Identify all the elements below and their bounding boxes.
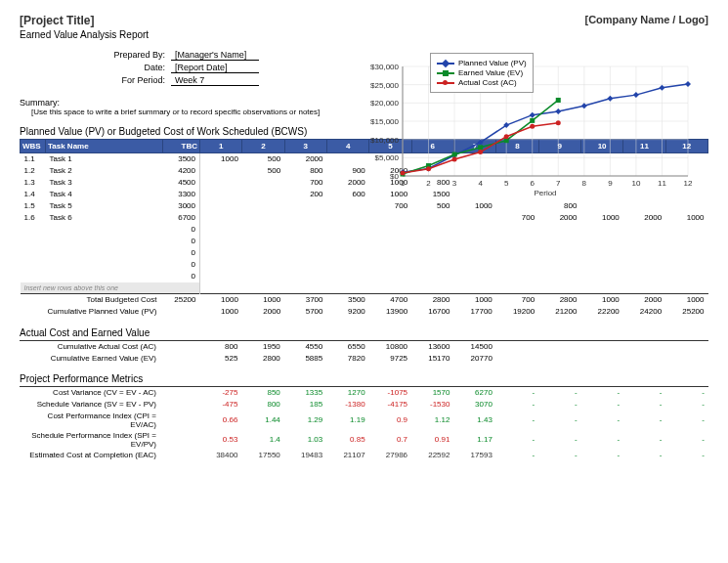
legend-ev: Earned Value (EV)	[458, 68, 523, 77]
svg-point-48	[401, 171, 406, 176]
metrics-section-title: Project Performance Metrics	[20, 373, 708, 384]
table-row: 0	[21, 271, 708, 282]
ev-chart: Planned Value (PV) Earned Value (EV) Act…	[362, 61, 694, 197]
metrics-table: Cost Variance (CV = EV - AC)-27585013351…	[20, 386, 708, 461]
svg-text:4: 4	[478, 179, 483, 188]
period-value[interactable]: Week 7	[171, 75, 259, 86]
prepared-by-label: Prepared By:	[20, 50, 171, 61]
col-header: 1	[200, 140, 242, 153]
circle-icon	[437, 82, 454, 84]
svg-point-49	[426, 166, 431, 171]
chart-legend: Planned Value (PV) Earned Value (EV) Act…	[430, 53, 534, 93]
svg-text:6: 6	[531, 179, 535, 188]
col-header: Task Name	[46, 140, 163, 153]
metric-label: Estimated Cost at Completion (EAC)	[20, 450, 162, 461]
col-header: 2	[242, 140, 284, 153]
legend-ac: Actual Cost (AC)	[458, 78, 517, 87]
company-logo-text: [Company Name / Logo]	[584, 14, 708, 40]
diamond-icon	[437, 63, 454, 65]
table-row: 0	[21, 224, 708, 236]
svg-point-50	[452, 157, 457, 162]
table-row: 1.6Task 667007002000100020001000	[21, 212, 708, 224]
svg-point-51	[478, 150, 483, 154]
project-title: [Project Title]	[20, 14, 149, 27]
summary-text[interactable]: [Use this space to write a brief summary…	[20, 108, 332, 116]
svg-text:$15,000: $15,000	[370, 117, 399, 126]
metric-label: Cost Performance Index (CPI = EV/AC)	[20, 411, 162, 430]
col-header: TBC	[163, 140, 200, 153]
metric-label: Schedule Performance Index (SPI = EV/PV)	[20, 430, 162, 450]
svg-text:8: 8	[582, 179, 587, 188]
svg-text:1: 1	[401, 179, 406, 188]
total-label: Cumulative Planned Value (PV)	[21, 306, 163, 318]
svg-point-52	[504, 134, 509, 139]
metric-label: Schedule Variance (SV = EV - PV)	[20, 399, 162, 411]
svg-point-53	[530, 124, 535, 129]
svg-rect-46	[530, 118, 535, 123]
table-row: 1.5Task 530007005001000800	[21, 200, 708, 212]
table-row: 0	[21, 236, 708, 247]
total-label: Total Budgeted Cost	[21, 294, 163, 306]
col-header: WBS	[21, 140, 46, 153]
date-value[interactable]: [Report Date]	[171, 63, 259, 73]
date-label: Date:	[20, 63, 171, 73]
square-icon	[437, 72, 454, 74]
svg-text:$10,000: $10,000	[370, 136, 399, 145]
svg-point-54	[556, 120, 561, 125]
period-label: For Period:	[20, 75, 171, 86]
acev-label: Cumulative Earned Value (EV)	[20, 352, 162, 364]
svg-text:$20,000: $20,000	[370, 99, 399, 108]
svg-text:Period: Period	[534, 189, 556, 197]
svg-text:5: 5	[504, 179, 509, 188]
svg-text:$25,000: $25,000	[370, 81, 399, 90]
svg-text:10: 10	[631, 179, 640, 188]
acev-label: Cumulative Actual Cost (AC)	[20, 340, 162, 352]
table-row: 0	[21, 247, 708, 259]
svg-text:$30,000: $30,000	[370, 63, 399, 71]
col-header: 3	[284, 140, 326, 153]
legend-pv: Planned Value (PV)	[458, 59, 527, 67]
acev-table: Cumulative Actual Cost (AC)8001950455065…	[20, 340, 708, 365]
metric-label: Cost Variance (CV = EV - AC)	[20, 387, 162, 399]
svg-rect-44	[478, 145, 483, 150]
svg-text:7: 7	[556, 179, 561, 188]
table-row: 0	[21, 259, 708, 271]
svg-text:3: 3	[452, 179, 457, 188]
prepared-by-value[interactable]: [Manager's Name]	[171, 50, 259, 61]
svg-text:2: 2	[426, 179, 431, 188]
svg-text:11: 11	[658, 179, 666, 188]
svg-text:$5,000: $5,000	[375, 153, 400, 162]
svg-text:$0: $0	[390, 172, 399, 181]
report-subtitle: Earned Value Analysis Report	[20, 29, 149, 40]
summary-label: Summary:	[20, 98, 332, 108]
svg-text:12: 12	[684, 179, 693, 188]
svg-rect-43	[452, 152, 457, 157]
svg-text:9: 9	[608, 179, 613, 188]
svg-rect-47	[556, 98, 561, 103]
acev-section-title: Actual Cost and Earned Value	[20, 327, 708, 338]
